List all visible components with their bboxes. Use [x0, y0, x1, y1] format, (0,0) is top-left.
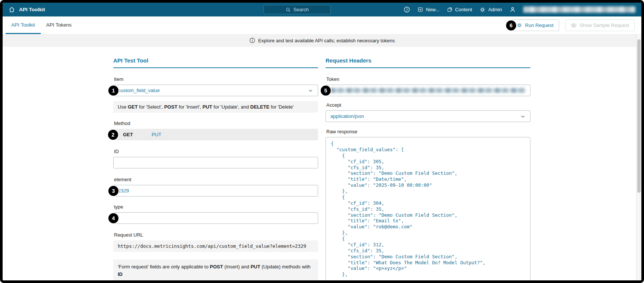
- tab-bar: API Toolkit API Tokens 6 Run Request Sho…: [3, 16, 641, 34]
- nav-new-label: New...: [426, 7, 439, 12]
- accept-select[interactable]: application/json: [326, 110, 530, 122]
- hint-segment-bold: PUT: [203, 104, 212, 110]
- request-url-value: https://docs.metricinsights.com/api/cust…: [113, 240, 318, 252]
- raw-response-textarea[interactable]: { "custom_field_values": [ { "cf_id": 30…: [326, 137, 530, 283]
- main-content: API Test Tool Item 1 custom_field_value …: [3, 47, 641, 280]
- step-badge-4: 4: [108, 213, 118, 223]
- toolbar-actions: 6 Run Request Show Sample Request: [511, 19, 635, 31]
- run-request-button[interactable]: 6 Run Request: [511, 19, 559, 31]
- search-icon: [286, 7, 291, 12]
- method-get-option[interactable]: GET: [123, 132, 133, 137]
- token-value-redacted: [330, 88, 526, 93]
- hint-segment: for 'Insert',: [178, 104, 203, 110]
- nav-admin[interactable]: Admin: [480, 7, 502, 13]
- form-request-note: 'Form request' fields are only applicabl…: [113, 259, 318, 282]
- note-segment-bold: POST: [210, 264, 223, 270]
- new-plus-icon: [417, 7, 423, 12]
- element-input[interactable]: [118, 188, 313, 194]
- nav-content[interactable]: Content: [447, 7, 472, 12]
- hint-segment-bold: POST: [164, 104, 177, 110]
- api-test-tool-title: API Test Tool: [113, 57, 318, 68]
- hint-segment: for 'Select',: [138, 104, 164, 110]
- token-label: Token: [326, 76, 530, 82]
- run-request-label: Run Request: [525, 22, 554, 28]
- app-title: API Toolkit: [19, 7, 45, 12]
- show-sample-request-button[interactable]: Show Sample Request: [565, 19, 635, 31]
- type-field-wrap: 4: [113, 212, 318, 224]
- top-navbar: API Toolkit Search ? New... Cont: [3, 3, 641, 16]
- help-icon[interactable]: ?: [404, 6, 410, 13]
- run-request-icon: [517, 22, 522, 28]
- scrollbar-track[interactable]: [636, 34, 641, 280]
- note-segment: 'Form request' fields are only applicabl…: [118, 264, 210, 270]
- svg-text:?: ?: [406, 8, 408, 12]
- method-label: Method: [114, 121, 318, 126]
- token-input[interactable]: 5: [326, 85, 530, 96]
- raw-response-label: Raw response: [326, 129, 530, 134]
- search-input[interactable]: Search: [264, 5, 331, 14]
- app-window: API Toolkit Search ? New... Cont: [0, 0, 644, 283]
- info-icon: [249, 37, 255, 43]
- username-redacted: [523, 6, 635, 13]
- tab-api-toolkit[interactable]: API Toolkit: [6, 16, 41, 34]
- tabs: API Toolkit API Tokens: [6, 16, 77, 34]
- element-field-wrap: 3: [113, 185, 318, 197]
- tab-api-tokens[interactable]: API Tokens: [41, 16, 77, 34]
- note-segment-bold: ID: [118, 271, 123, 277]
- method-hint: Use GET for 'Select', POST for 'Insert',…: [113, 101, 318, 113]
- scrollbar-thumb[interactable]: [637, 39, 641, 193]
- content-icon: [447, 7, 453, 12]
- accept-selected-value: application/json: [330, 113, 364, 119]
- id-input[interactable]: [118, 160, 313, 165]
- info-banner-text: Explore and test available API calls; es…: [258, 38, 395, 43]
- method-toggle: 2 GET PUT: [113, 129, 318, 140]
- note-segment: (Update) methods with: [260, 264, 310, 270]
- navbar-left: API Toolkit: [9, 6, 45, 13]
- hint-segment: for 'Update', and: [212, 104, 250, 110]
- nav-admin-label: Admin: [488, 7, 502, 12]
- step-badge-5: 5: [321, 85, 331, 95]
- step-badge-2: 2: [108, 130, 118, 140]
- raw-response-content: { "custom_field_values": [ { "cf_id": 30…: [331, 141, 525, 277]
- navbar-right: ? New... Content Admin: [404, 6, 635, 13]
- nav-content-label: Content: [455, 7, 472, 12]
- element-label: element: [114, 177, 318, 182]
- step-badge-6: 6: [506, 20, 516, 30]
- item-select[interactable]: 1 custom_field_value: [113, 85, 318, 96]
- hint-segment: for 'Delete': [269, 104, 294, 110]
- request-url-label: Request URL: [114, 232, 318, 238]
- eye-icon: [571, 22, 577, 28]
- id-label: ID: [114, 149, 318, 154]
- hint-segment: Use: [118, 104, 128, 110]
- api-test-tool-panel: API Test Tool Item 1 custom_field_value …: [113, 57, 318, 282]
- chevron-down-icon: [520, 114, 526, 119]
- hint-segment-bold: GET: [128, 104, 138, 110]
- hint-segment-bold: DELETE: [250, 104, 269, 110]
- show-sample-request-label: Show Sample Request: [580, 22, 629, 28]
- method-put-option[interactable]: PUT: [152, 132, 161, 137]
- type-input[interactable]: [118, 215, 313, 221]
- home-icon[interactable]: [9, 6, 15, 13]
- note-segment-bold: PUT: [250, 264, 260, 270]
- accept-label: Accept: [326, 102, 530, 108]
- type-label: type: [114, 204, 318, 210]
- chevron-down-icon: [308, 88, 313, 93]
- id-field-wrap: [113, 157, 318, 168]
- request-headers-panel: Request Headers Token 5 Accept applicati…: [326, 57, 530, 283]
- step-badge-3: 3: [108, 186, 118, 196]
- search-placeholder: Search: [293, 7, 309, 12]
- gear-icon: [480, 7, 486, 13]
- user-icon[interactable]: [509, 6, 516, 13]
- info-banner: Explore and test available API calls; es…: [3, 34, 641, 47]
- step-badge-1: 1: [108, 85, 118, 95]
- nav-new[interactable]: New...: [417, 7, 439, 12]
- item-selected-value: custom_field_value: [118, 88, 160, 93]
- note-segment: (Insert) and: [223, 264, 251, 270]
- request-headers-title: Request Headers: [326, 57, 530, 68]
- item-label: Item: [114, 76, 318, 82]
